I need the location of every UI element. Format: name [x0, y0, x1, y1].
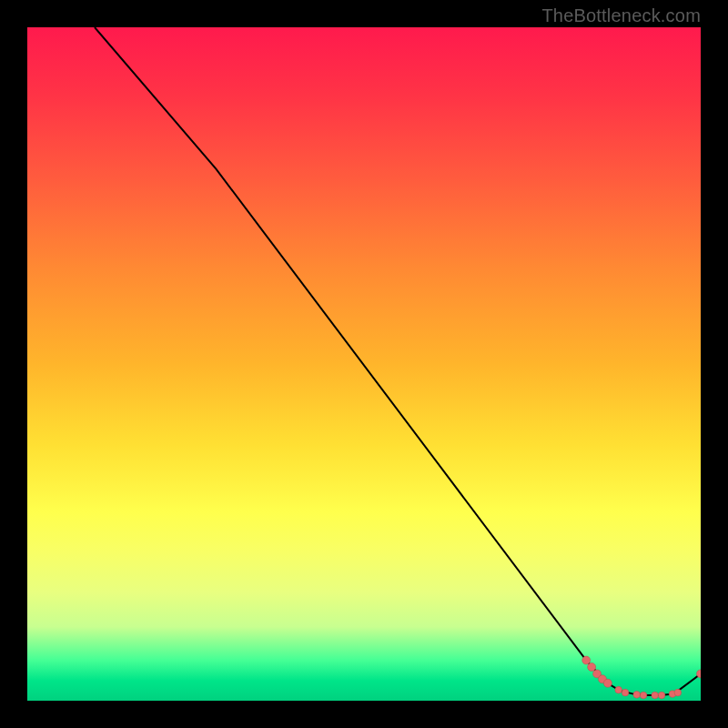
chart-overlay — [27, 27, 701, 701]
plot-area — [27, 27, 701, 701]
bottleneck-line — [95, 27, 701, 695]
data-point — [603, 679, 612, 687]
watermark-text: TheBottleneck.com — [541, 5, 701, 26]
data-point — [582, 656, 591, 664]
data-point — [633, 692, 641, 699]
data-point — [622, 689, 629, 696]
data-point — [674, 689, 682, 696]
data-point — [640, 692, 647, 699]
data-point — [615, 686, 622, 693]
data-point — [588, 663, 596, 672]
data-point — [652, 692, 659, 699]
data-point — [658, 692, 665, 699]
chart-container: TheBottleneck.com — [0, 0, 728, 728]
